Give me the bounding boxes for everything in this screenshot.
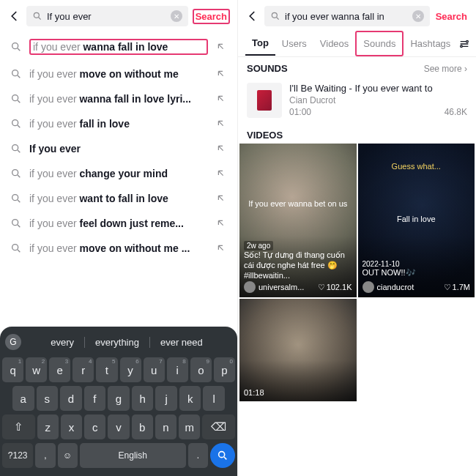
- insert-arrow-icon[interactable]: [215, 93, 227, 105]
- emoji-key[interactable]: ☺: [58, 443, 78, 468]
- search-header: If you ever ✕ Search: [0, 0, 237, 31]
- search-button[interactable]: Search: [193, 9, 230, 24]
- key-f[interactable]: f: [84, 386, 106, 411]
- insert-arrow-icon[interactable]: [215, 118, 227, 130]
- key-x[interactable]: x: [61, 414, 82, 439]
- key-j[interactable]: j: [155, 386, 177, 411]
- numeric-key[interactable]: ?123: [2, 443, 33, 468]
- suggestion-item[interactable]: if you ever move on without me ...: [0, 236, 237, 261]
- suggestion-item[interactable]: If you ever: [0, 136, 237, 161]
- key-s[interactable]: s: [37, 386, 59, 411]
- videos-section-title: VIDEOS: [247, 130, 283, 141]
- suggestion-item[interactable]: if you ever want to fall in love: [0, 186, 237, 211]
- back-button[interactable]: [245, 9, 260, 23]
- video-card[interactable]: 01:18: [239, 299, 357, 401]
- search-button[interactable]: Search: [434, 10, 469, 23]
- keyboard-suggestion[interactable]: every: [40, 337, 85, 348]
- see-more-link[interactable]: See more ›: [424, 64, 467, 74]
- svg-point-2: [12, 70, 18, 76]
- key-w[interactable]: w2: [26, 357, 47, 382]
- sound-plays: 46.8K: [445, 107, 467, 117]
- video-overlay-text: If you ever wanna bet on us: [239, 199, 357, 208]
- key-o[interactable]: o9: [190, 357, 212, 382]
- key-h[interactable]: h: [132, 386, 154, 411]
- keyboard-suggestion[interactable]: everything: [85, 337, 150, 348]
- key-z[interactable]: z: [37, 414, 59, 439]
- tab-hashtags[interactable]: Hashtags: [404, 32, 457, 55]
- insert-arrow-icon[interactable]: [215, 242, 227, 254]
- video-timestamp: 01:18: [244, 388, 264, 397]
- key-v[interactable]: v: [108, 414, 129, 439]
- key-d[interactable]: d: [60, 386, 82, 411]
- insert-arrow-icon[interactable]: [215, 143, 227, 155]
- keyboard-suggestion[interactable]: ever need: [150, 337, 213, 348]
- search-box[interactable]: If you ever ✕: [26, 6, 188, 26]
- key-t[interactable]: t5: [96, 357, 117, 382]
- tab-users[interactable]: Users: [275, 32, 313, 55]
- result-tabs: TopUsersVideosSoundsHashtags: [238, 31, 476, 57]
- key-p[interactable]: p0: [214, 357, 235, 382]
- clear-input-icon[interactable]: ✕: [171, 10, 182, 22]
- search-box[interactable]: if you ever wanna fall in ✕: [264, 6, 430, 26]
- search-enter-key[interactable]: [210, 443, 235, 468]
- insert-arrow-icon[interactable]: [215, 41, 227, 53]
- video-grid: If you ever wanna bet on us 2w ago Sốc! …: [238, 144, 476, 401]
- key-u[interactable]: u7: [144, 357, 165, 382]
- key-l[interactable]: l: [203, 386, 225, 411]
- comma-key[interactable]: ,: [35, 443, 55, 468]
- svg-point-0: [34, 12, 39, 18]
- suggestion-item[interactable]: if you ever wanna fall in love lyri...: [0, 86, 237, 111]
- key-y[interactable]: y6: [120, 357, 141, 382]
- insert-arrow-icon[interactable]: [215, 217, 227, 229]
- suggestion-item[interactable]: if you ever wanna fall in love: [0, 32, 237, 62]
- period-key[interactable]: .: [188, 443, 208, 468]
- insert-arrow-icon[interactable]: [215, 193, 227, 204]
- video-card[interactable]: Guess what... Fall in love 2022-11-10 OU…: [358, 144, 475, 297]
- insert-arrow-icon[interactable]: [215, 168, 227, 179]
- sound-duration: 01:00: [289, 107, 311, 117]
- key-g[interactable]: g: [108, 386, 130, 411]
- suggestion-item[interactable]: if you ever move on without me: [0, 62, 237, 86]
- video-overlay-text: Fall in love: [358, 215, 475, 223]
- key-q[interactable]: q1: [2, 357, 23, 382]
- filter-icon[interactable]: [457, 34, 472, 54]
- insert-arrow-icon[interactable]: [215, 68, 227, 80]
- svg-point-11: [272, 12, 277, 18]
- key-m[interactable]: m: [179, 414, 200, 439]
- suggestion-item[interactable]: if you ever fall in love: [0, 111, 237, 136]
- search-input-text: if you ever wanna fall in: [285, 11, 408, 22]
- sound-cover: [247, 83, 282, 118]
- tab-videos[interactable]: Videos: [313, 32, 356, 55]
- keyboard[interactable]: G everyeverythingever need q1w2e3r4t5y6u…: [0, 327, 237, 476]
- svg-point-10: [219, 452, 225, 458]
- video-age: 2w ago: [244, 241, 273, 250]
- key-k[interactable]: k: [179, 386, 201, 411]
- sound-artist: Cian Ducrot: [289, 95, 467, 105]
- video-user: cianducrot: [377, 283, 441, 291]
- sound-result[interactable]: I'll Be Waiting - If you ever want to Ci…: [238, 77, 476, 124]
- spacebar[interactable]: English: [80, 443, 186, 468]
- key-b[interactable]: b: [132, 414, 153, 439]
- video-card[interactable]: If you ever wanna bet on us 2w ago Sốc! …: [239, 144, 357, 297]
- key-n[interactable]: n: [155, 414, 176, 439]
- suggestion-item[interactable]: if you ever change your mind: [0, 161, 237, 186]
- svg-point-7: [12, 195, 18, 201]
- key-r[interactable]: r4: [72, 357, 94, 382]
- key-a[interactable]: a: [12, 386, 34, 411]
- key-c[interactable]: c: [84, 414, 105, 439]
- shift-key[interactable]: ⇧: [2, 414, 35, 439]
- clear-input-icon[interactable]: ✕: [412, 10, 424, 22]
- suggestion-item[interactable]: if you ever feel down just reme...: [0, 211, 237, 236]
- svg-point-4: [12, 120, 18, 126]
- tab-top[interactable]: Top: [245, 31, 275, 56]
- tab-sounds[interactable]: Sounds: [355, 31, 404, 56]
- backspace-key[interactable]: ⌫: [202, 414, 235, 439]
- back-button[interactable]: [7, 9, 22, 23]
- video-overlay-text: Guess what...: [358, 162, 475, 171]
- key-i[interactable]: i8: [167, 357, 188, 382]
- like-count: ♡ 1.7M: [444, 283, 470, 292]
- svg-point-8: [12, 220, 18, 226]
- grammarly-icon[interactable]: G: [5, 334, 21, 350]
- key-e[interactable]: e3: [49, 357, 70, 382]
- video-caption: Sốc! Tự dưng đi thang cuốn cái được nghe…: [244, 250, 352, 278]
